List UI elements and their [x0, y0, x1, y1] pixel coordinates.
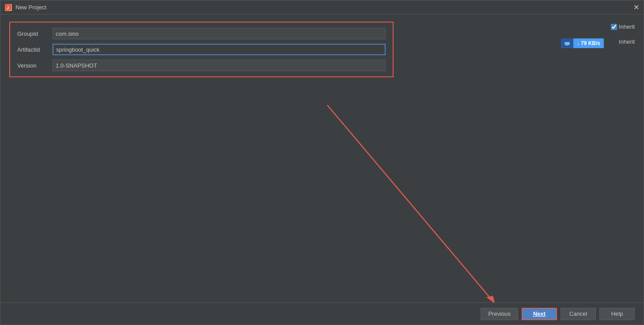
inherit-checkbox[interactable] [611, 24, 617, 30]
version-row: Version [17, 60, 386, 71]
artifactid-row: ArtifactId [17, 44, 386, 55]
title-bar: J New Project ✕ [0, 0, 644, 15]
previous-label: Previous [488, 310, 511, 317]
groupid-input[interactable] [53, 28, 386, 39]
cancel-button[interactable]: Cancel [561, 308, 596, 320]
close-button[interactable]: ✕ [633, 4, 639, 11]
download-speed-label: ↓ 79 KB/s [573, 38, 604, 48]
new-project-window: J New Project ✕ GroupId ArtifactId Versi… [0, 0, 644, 325]
next-button[interactable]: Next [522, 308, 557, 320]
download-badge: ↓ 79 KB/s [561, 38, 604, 48]
cloud-icon-badge [561, 38, 573, 48]
inherit-checkbox-area: Inherit [611, 23, 635, 30]
svg-marker-6 [486, 296, 495, 302]
app-icon: J [5, 4, 12, 11]
cancel-label: Cancel [569, 310, 587, 317]
inherit-2-label: Inherit [619, 38, 635, 45]
window-title: New Project [15, 4, 46, 11]
svg-text:J: J [7, 6, 9, 10]
svg-point-4 [567, 42, 570, 45]
svg-line-5 [327, 105, 495, 302]
help-button[interactable]: Help [599, 308, 635, 320]
annotation-arrow [323, 101, 508, 302]
next-label: Next [533, 310, 546, 317]
artifactid-label: ArtifactId [17, 46, 53, 53]
groupid-row: GroupId [17, 28, 386, 39]
form-section: GroupId ArtifactId Version [9, 22, 394, 77]
previous-button[interactable]: Previous [481, 308, 518, 320]
help-label: Help [611, 310, 623, 317]
version-label: Version [17, 62, 53, 69]
inherit-label: Inherit [619, 23, 635, 30]
inherit-2-area: Inherit [619, 38, 635, 45]
artifactid-input[interactable] [53, 44, 386, 55]
svg-point-3 [564, 42, 567, 45]
version-input[interactable] [53, 60, 386, 71]
bottom-bar: Previous Next Cancel Help [0, 302, 644, 325]
title-bar-left: J New Project [5, 4, 46, 11]
content-area: GroupId ArtifactId Version Inherit [0, 15, 644, 302]
groupid-label: GroupId [17, 30, 53, 37]
